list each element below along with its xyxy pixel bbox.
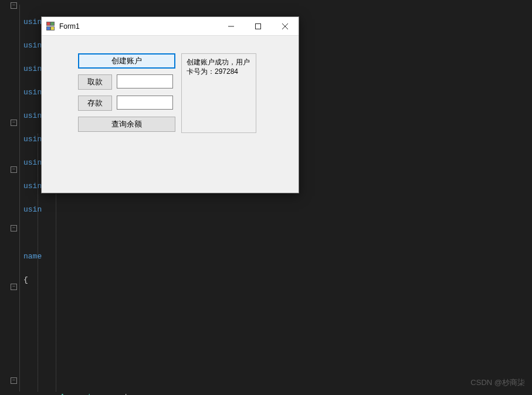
outline-guide [19, 5, 20, 391]
code-text: usin [23, 205, 42, 214]
code-text: usin [23, 64, 42, 73]
create-account-button[interactable]: 创建账户 [78, 53, 175, 69]
withdraw-input[interactable] [117, 74, 173, 88]
svg-rect-1 [256, 23, 261, 29]
minimize-button[interactable] [218, 17, 245, 36]
code-text: account; [92, 393, 133, 395]
code-text: name [23, 252, 42, 261]
close-button[interactable] [272, 17, 299, 36]
fold-marker[interactable]: − [11, 120, 17, 126]
balance-button[interactable]: 查询余额 [78, 117, 175, 132]
deposit-button[interactable]: 存款 [78, 96, 112, 111]
app-icon [46, 22, 56, 31]
titlebar[interactable]: Form1 [42, 17, 299, 36]
code-text: usin [23, 41, 42, 50]
code-text: usin [23, 135, 42, 144]
code-text: { [23, 275, 28, 284]
code-text: usin [23, 111, 42, 120]
form-body: 创建账户 取款 存款 查询余额 创建账户成功，用户卡号为：297284 [42, 36, 299, 193]
fold-marker[interactable]: − [11, 225, 17, 231]
fold-marker[interactable]: − [11, 377, 17, 384]
fold-marker[interactable]: − [11, 284, 17, 290]
deposit-input[interactable] [117, 96, 173, 110]
withdraw-button[interactable]: 取款 [78, 74, 112, 90]
code-text: usin [23, 182, 42, 190]
fold-marker[interactable]: − [11, 2, 17, 9]
code-text: Account [60, 393, 92, 395]
gutter: − − − − − − [11, 0, 22, 395]
form1-window: Form1 创建账户 取款 存款 查询余额 创建账户成功，用户卡 [41, 16, 299, 193]
code-text: usin [23, 158, 42, 167]
watermark: CSDN @杪商柒 [470, 377, 525, 388]
fold-marker[interactable]: − [11, 166, 17, 173]
output-label: 创建账户成功，用户卡号为：297284 [187, 58, 250, 76]
window-title: Form1 [59, 22, 218, 30]
controls-panel: 创建账户 取款 存款 查询余额 [78, 53, 177, 132]
code-text: usin [23, 88, 42, 97]
output-panel: 创建账户成功，用户卡号为：297284 [181, 53, 256, 133]
maximize-button[interactable] [245, 17, 272, 36]
